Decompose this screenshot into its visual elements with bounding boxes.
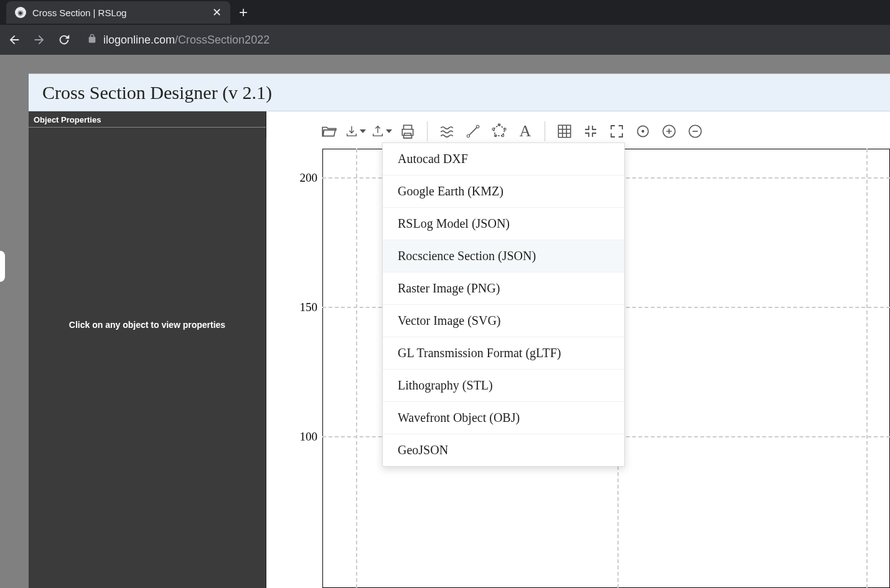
compress-view-button[interactable]: [580, 121, 601, 142]
export-menu-item[interactable]: GeoJSON: [383, 434, 624, 466]
export-dropdown-menu: Autocad DXF Google Earth (KMZ) RSLog Mod…: [382, 142, 625, 467]
export-menu-item[interactable]: Autocad DXF: [383, 143, 624, 175]
expand-view-button[interactable]: [606, 121, 627, 142]
app-frame: Cross Section Designer (v 2.1) Object Pr…: [29, 73, 890, 588]
zoom-out-icon: [687, 123, 703, 139]
zoom-in-button[interactable]: [658, 121, 680, 142]
browser-tab[interactable]: ◉ Cross Section | RSLog ✕: [6, 1, 230, 24]
svg-point-1: [476, 125, 479, 128]
grid-button[interactable]: [554, 121, 575, 142]
open-button[interactable]: [319, 121, 340, 142]
line-tool[interactable]: [462, 121, 484, 142]
svg-point-0: [467, 134, 469, 137]
polygon-icon: [490, 123, 508, 140]
app-title: Cross Section Designer (v 2.1): [42, 82, 272, 103]
app-header: Cross Section Designer (v 2.1): [29, 74, 890, 111]
export-icon: [371, 124, 385, 139]
grid-icon: [556, 123, 573, 139]
toolbar: A: [266, 111, 890, 142]
export-menu-item[interactable]: Google Earth (KMZ): [383, 175, 624, 208]
toolbar-separator: [427, 121, 428, 141]
text-tool[interactable]: A: [515, 121, 536, 142]
export-menu-item[interactable]: Wavefront Object (OBJ): [383, 402, 624, 434]
text-icon: A: [520, 122, 532, 141]
y-axis-tick: 100: [288, 430, 317, 444]
water-tool[interactable]: [436, 121, 457, 142]
arrows-in-icon: [583, 124, 598, 139]
caret-down-icon: [386, 129, 392, 133]
reload-button[interactable]: [57, 33, 71, 47]
export-menu-item[interactable]: GL Transmission Format (gLTF): [383, 337, 624, 370]
tab-title: Cross Section | RSLog: [32, 7, 212, 18]
export-button[interactable]: [371, 121, 392, 142]
y-axis-tick: 150: [288, 301, 317, 314]
caret-down-icon: [360, 129, 366, 133]
browser-nav-bar: ilogonline.com/CrossSection2022: [0, 25, 890, 55]
sidebar-hint: Click on any object to view properties: [29, 320, 266, 330]
export-menu-item[interactable]: Lithography (STL): [383, 370, 624, 402]
print-icon: [400, 123, 416, 139]
url-bar[interactable]: ilogonline.com/CrossSection2022: [87, 34, 883, 47]
import-button[interactable]: [345, 121, 366, 142]
zoom-extents-button[interactable]: [632, 121, 653, 142]
export-menu-item[interactable]: RSLog Model (JSON): [383, 208, 624, 240]
export-menu-item[interactable]: Rocscience Section (JSON): [383, 240, 624, 273]
sidebar-title: Object Properties: [29, 111, 266, 128]
zoom-out-button[interactable]: [685, 121, 706, 142]
svg-point-4: [502, 134, 504, 137]
polygon-tool[interactable]: [489, 121, 510, 142]
side-drawer-handle[interactable]: [0, 251, 5, 282]
new-tab-button[interactable]: +: [239, 4, 248, 21]
water-icon: [439, 123, 455, 139]
svg-point-8: [642, 130, 644, 132]
toolbar-separator: [545, 121, 545, 141]
forward-button[interactable]: [32, 33, 46, 47]
folder-open-icon: [321, 123, 337, 139]
object-properties-panel: Object Properties Click on any object to…: [29, 111, 266, 588]
line-icon: [465, 123, 481, 139]
arrows-out-icon: [609, 124, 624, 139]
export-menu-item[interactable]: Raster Image (PNG): [383, 273, 624, 305]
close-tab-icon[interactable]: ✕: [212, 6, 222, 19]
zoom-fit-icon: [635, 123, 651, 139]
back-button[interactable]: [7, 33, 21, 47]
url-domain: ilogonline.com: [103, 34, 175, 47]
zoom-in-icon: [661, 123, 677, 139]
grid-line: [356, 149, 357, 588]
favicon-icon: ◉: [15, 7, 26, 18]
browser-tab-bar: ◉ Cross Section | RSLog ✕ +: [0, 0, 890, 25]
grid-line: [866, 149, 868, 588]
url-path: /CrossSection2022: [175, 34, 269, 47]
export-menu-item[interactable]: Vector Image (SVG): [383, 305, 624, 337]
print-button[interactable]: [397, 121, 418, 142]
svg-point-6: [492, 128, 495, 131]
y-axis-tick: 200: [288, 171, 317, 185]
lock-icon: [87, 34, 97, 47]
import-icon: [345, 124, 358, 139]
canvas-area: A 200 150 100: [266, 111, 890, 588]
